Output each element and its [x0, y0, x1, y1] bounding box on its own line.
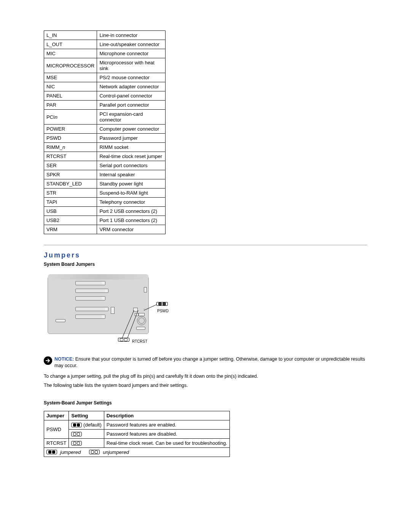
connector-desc: Real-time clock reset jumper — [97, 152, 166, 161]
unjumpered-icon — [71, 441, 82, 446]
connector-desc: Parallel port connector — [97, 101, 166, 110]
system-board-figure: PSWD RTCRST — [44, 272, 175, 348]
cell-description: Real-time clock reset. Can be used for t… — [104, 438, 229, 447]
table-row: RTCRSTReal-time clock reset. Can be used… — [44, 438, 230, 447]
connector-table: L_INLine-in connectorL_OUTLine-out/speak… — [44, 30, 166, 234]
motherboard-shape — [48, 276, 149, 334]
callout-pswd-icon — [156, 302, 168, 306]
connector-label: STANDBY_LED — [44, 179, 97, 189]
connector-desc: Port 2 USB connectors (2) — [97, 207, 166, 216]
connector-desc: Microprocessor with heat sink — [97, 58, 166, 73]
connector-desc: RIMM socket — [97, 143, 166, 152]
connector-desc: Line-out/speaker connector — [97, 40, 166, 49]
legend-unjumpered-icon — [89, 450, 100, 454]
table-row: STANDBY_LEDStandby power light — [44, 179, 166, 189]
table-row: SERSerial port connectors — [44, 161, 166, 170]
connector-label: STR — [44, 189, 97, 198]
legend-jumpered-icon — [46, 450, 57, 454]
table-row: SPKRInternal speaker — [44, 170, 166, 179]
connector-desc: Control-panel connector — [97, 91, 166, 101]
table-row: USBPort 2 USB connectors (2) — [44, 207, 166, 216]
table-row: PCInPCI expansion-card connector — [44, 110, 166, 125]
callout-pswd-label: PSWD — [157, 309, 169, 313]
table-row: PARParallel port connector — [44, 101, 166, 110]
connector-label: SPKR — [44, 170, 97, 179]
callout-rtcrst-icon — [118, 338, 129, 342]
notice-body: Ensure that your computer is turned off … — [54, 356, 365, 368]
connector-label: PSWD — [44, 134, 97, 143]
connector-label: MIC — [44, 49, 97, 58]
table-row: L_OUTLine-out/speaker connector — [44, 40, 166, 49]
table-row: MICROPROCESSORMicroprocessor with heat s… — [44, 58, 166, 73]
connector-desc: PCI expansion-card connector — [97, 110, 166, 125]
notice-text: NOTICE: Ensure that your computer is tur… — [54, 356, 367, 369]
table-row: PSWDPassword jumper — [44, 134, 166, 143]
legend-unjumpered-label: unjumpered — [103, 449, 129, 455]
connector-label: VRM — [44, 225, 97, 234]
legend-jumpered-label: jumpered — [60, 449, 81, 455]
connector-label: NIC — [44, 82, 97, 91]
table-row: MICMicrophone connector — [44, 49, 166, 58]
connector-label: PCIn — [44, 110, 97, 125]
connector-desc: Computer power connector — [97, 125, 166, 134]
connector-label: TAPI — [44, 198, 97, 207]
connector-desc: Suspend-to-RAM light — [97, 189, 166, 198]
legend-row: jumpered unjumpered — [44, 447, 230, 457]
page: L_INLine-in connectorL_OUTLine-out/speak… — [0, 0, 411, 487]
table-row: MSEPS/2 mouse connector — [44, 73, 166, 82]
table-row: RIMM_nRIMM socket — [44, 143, 166, 152]
connector-desc: Internal speaker — [97, 170, 166, 179]
table-row: POWERComputer power connector — [44, 125, 166, 134]
jumpered-icon — [71, 423, 82, 427]
connector-desc: Network adapter connector — [97, 82, 166, 91]
callout-rtcrst-label: RTCRST — [132, 339, 147, 343]
cell-setting — [69, 438, 104, 447]
connector-desc: Serial port connectors — [97, 161, 166, 170]
cell-setting: (default) — [69, 420, 104, 429]
body-para-2: The following table lists the system boa… — [44, 383, 367, 388]
table-row: VRMVRM connector — [44, 225, 166, 234]
connector-label: MICROPROCESSOR — [44, 58, 97, 73]
connector-label: RIMM_n — [44, 143, 97, 152]
connector-desc: Password jumper — [97, 134, 166, 143]
th-setting: Setting — [69, 411, 104, 420]
cell-description: Password features are disabled. — [104, 429, 229, 438]
connector-label: PANEL — [44, 91, 97, 101]
connector-label: USB — [44, 207, 97, 216]
connector-label: USB2 — [44, 216, 97, 225]
figure-title: System Board Jumpers — [44, 262, 367, 267]
cell-jumper: PSWD — [44, 420, 69, 438]
cell-description: Password features are enabled. — [104, 420, 229, 429]
table-row: PSWD (default)Password features are enab… — [44, 420, 230, 429]
table-row: PANELControl-panel connector — [44, 91, 166, 101]
connector-desc: Microphone connector — [97, 49, 166, 58]
table-row: L_INLine-in connector — [44, 31, 166, 40]
connector-desc: Line-in connector — [97, 31, 166, 40]
table-row: Password features are disabled. — [44, 429, 230, 438]
cell-setting — [69, 429, 104, 438]
cell-jumper: RTCRST — [44, 438, 69, 447]
notice-icon — [44, 356, 52, 365]
notice-label: NOTICE: — [54, 356, 74, 362]
table-row: NICNetwork adapter connector — [44, 82, 166, 91]
body-para-1: To change a jumper setting, pull the plu… — [44, 374, 367, 379]
table-row: USB2Port 1 USB connectors (2) — [44, 216, 166, 225]
connector-label: MSE — [44, 73, 97, 82]
connector-label: SER — [44, 161, 97, 170]
connector-label: L_OUT — [44, 40, 97, 49]
th-description: Description — [104, 411, 229, 420]
jumpers-heading: Jumpers — [44, 251, 367, 259]
connector-desc: Port 1 USB connectors (2) — [97, 216, 166, 225]
connector-label: RTCRST — [44, 152, 97, 161]
connector-label: PAR — [44, 101, 97, 110]
connector-desc: VRM connector — [97, 225, 166, 234]
th-jumper: Jumper — [44, 411, 69, 420]
table-row: TAPITelephony connector — [44, 198, 166, 207]
connector-desc: Standby power light — [97, 179, 166, 189]
connector-desc: PS/2 mouse connector — [97, 73, 166, 82]
connector-label: POWER — [44, 125, 97, 134]
table-row: RTCRSTReal-time clock reset jumper — [44, 152, 166, 161]
jumper-settings-table: Jumper Setting Description PSWD (default… — [44, 411, 230, 457]
table-row: STRSuspend-to-RAM light — [44, 189, 166, 198]
connector-desc: Telephony connector — [97, 198, 166, 207]
